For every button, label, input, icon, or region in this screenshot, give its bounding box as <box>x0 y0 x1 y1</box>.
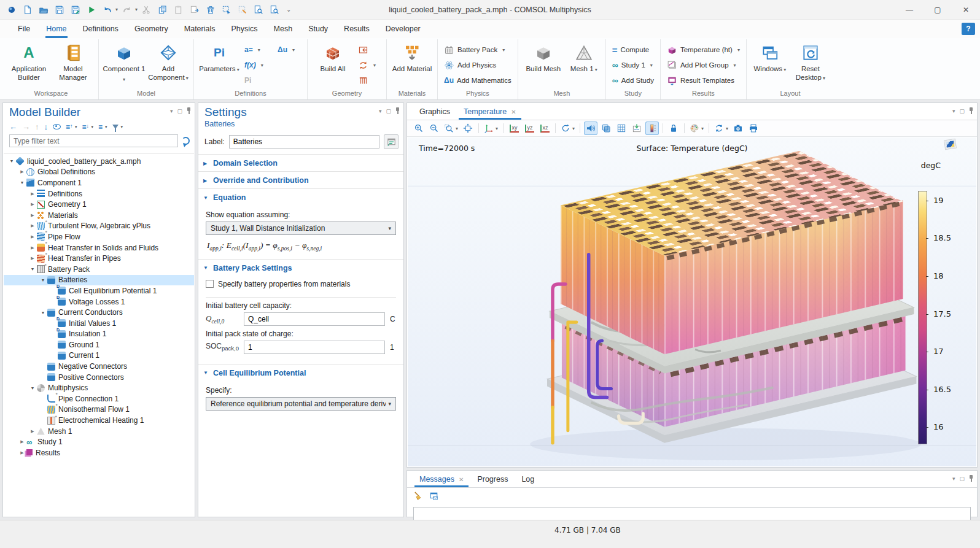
reset-desktop-button[interactable]: Reset Desktop <box>791 41 830 88</box>
node-group-icon[interactable]: ≡ <box>98 123 103 131</box>
tree-item-heat-pipes[interactable]: Heat Transfer in Pipes <box>4 253 194 264</box>
specify-dropdown[interactable]: Reference equilibrium potential and temp… <box>206 397 396 411</box>
save-icon[interactable] <box>53 3 66 17</box>
expander-icon[interactable] <box>28 245 37 250</box>
expander-icon[interactable] <box>28 234 37 239</box>
tree-item-current[interactable]: Current 1 <box>4 350 194 361</box>
graphics-canvas[interactable]: Time=72000 s Surface: Temperature (degC)… <box>408 137 976 466</box>
view-xz-icon[interactable]: xz <box>538 122 551 135</box>
tab-log[interactable]: Log <box>515 475 540 487</box>
view-yz-icon[interactable]: yz <box>523 122 536 135</box>
expander-icon[interactable] <box>39 311 47 315</box>
clear-messages-icon[interactable] <box>413 491 424 503</box>
result-templates-button[interactable]: Result Templates <box>664 74 742 87</box>
tree-item-definitions[interactable]: Definitions <box>4 188 194 199</box>
float-icon[interactable]: ▢ <box>959 476 965 482</box>
node-group-caret-icon[interactable]: ▾ <box>105 125 107 129</box>
checkbox-unchecked-icon[interactable] <box>206 280 214 288</box>
float-icon[interactable]: ▢ <box>959 108 965 114</box>
save-as-icon[interactable] <box>69 3 82 17</box>
lock-view-icon[interactable] <box>667 122 680 135</box>
menu-materials[interactable]: Materials <box>177 20 222 38</box>
parameters-button[interactable]: PiParameters <box>198 41 241 88</box>
tree-item-materials[interactable]: Materials <box>4 210 194 221</box>
back-icon[interactable]: ← <box>9 122 17 131</box>
build-mesh-button[interactable]: Build Mesh <box>522 41 565 88</box>
expander-icon[interactable] <box>18 439 26 444</box>
menu-results[interactable]: Results <box>337 20 376 38</box>
expander-icon[interactable] <box>28 213 37 218</box>
coupling-button[interactable]: Δu <box>275 43 303 56</box>
menu-geometry[interactable]: Geometry <box>128 20 175 38</box>
pin-icon[interactable] <box>187 107 191 114</box>
select-icon[interactable] <box>220 3 233 17</box>
tree-item-component-1[interactable]: Component 1 <box>4 177 194 188</box>
float-icon[interactable]: ▢ <box>177 108 182 114</box>
new-file-icon[interactable] <box>21 3 34 17</box>
capacity-input[interactable] <box>244 312 385 326</box>
section-domain-selection[interactable]: ▶Domain Selection <box>198 154 403 171</box>
tab-temperature[interactable]: Temperature✕ <box>457 107 523 120</box>
temperature-plot-button[interactable]: Temperature (ht) <box>664 43 742 56</box>
tree-item-multiphysics[interactable]: Multiphysics <box>4 382 194 393</box>
material-rendering-icon[interactable] <box>630 122 644 135</box>
expander-icon[interactable] <box>28 429 37 434</box>
snapshot-icon[interactable] <box>731 122 745 135</box>
maximize-button[interactable]: ▢ <box>924 0 952 20</box>
filter-icon[interactable] <box>112 125 119 129</box>
collapse-all-icon[interactable]: ≡↓ <box>82 123 89 131</box>
section-battery-pack-settings[interactable]: ▼Battery Pack Settings <box>198 259 403 276</box>
tree-item-ground[interactable]: Ground 1 <box>4 339 194 350</box>
tree-item-root[interactable]: liquid_cooled_battery_pack_a.mph <box>4 156 194 167</box>
section-cell-equilibrium-potential[interactable]: ▼Cell Equilibrium Potential <box>198 364 403 381</box>
copy-text-icon[interactable] <box>429 491 439 503</box>
tree-item-batteries[interactable]: Batteries <box>4 275 194 286</box>
tree-item-battery-pack[interactable]: Battery Pack <box>4 264 194 275</box>
expander-icon[interactable] <box>28 202 37 207</box>
move-down-icon[interactable]: ↓ <box>44 122 49 131</box>
tree-item-geometry-1[interactable]: Geometry 1 <box>4 199 194 210</box>
expander-icon[interactable] <box>39 278 47 282</box>
default-view-icon[interactable] <box>483 122 499 135</box>
battery-pack-button[interactable]: Battery Pack <box>441 43 514 56</box>
grid-icon[interactable] <box>615 122 628 135</box>
update-plot-icon[interactable] <box>713 122 729 135</box>
expander-icon[interactable] <box>18 450 26 455</box>
tree-item-insulation[interactable]: Insulation 1 <box>4 329 194 340</box>
close-icon[interactable]: ✕ <box>459 476 464 483</box>
transparency-icon[interactable] <box>599 122 613 135</box>
color-legend-icon[interactable] <box>645 122 659 135</box>
tree-item-heat-solids[interactable]: Heat Transfer in Solids and Fluids <box>4 242 194 253</box>
expander-icon[interactable] <box>28 223 37 228</box>
expander-icon[interactable] <box>28 191 37 196</box>
tree-item-voltage-losses[interactable]: Voltage Losses 1 <box>4 296 194 307</box>
study-1-button[interactable]: ∞Study 1 <box>610 58 656 72</box>
import-geometry-button[interactable] <box>356 43 383 56</box>
print-icon[interactable] <box>747 122 760 135</box>
show-icon[interactable] <box>53 124 61 129</box>
tree-item-turbulent-flow[interactable]: Turbulent Flow, Algebraic yPlus <box>4 221 194 232</box>
tree-item-electrochemical-heating[interactable]: Electrochemical Heating 1 <box>4 415 194 426</box>
tree-item-nonisothermal-flow[interactable]: Nonisothermal Flow 1 <box>4 404 194 415</box>
expander-icon[interactable] <box>18 169 26 174</box>
run-icon[interactable] <box>85 3 98 17</box>
expander-icon[interactable] <box>28 256 37 261</box>
toolbar-overflow-icon[interactable]: ⌄ <box>286 6 291 13</box>
expand-caret-icon[interactable]: ▾ <box>75 125 77 129</box>
copy-icon[interactable] <box>156 3 169 17</box>
close-button[interactable]: ✕ <box>952 0 980 20</box>
filter-input[interactable] <box>9 134 178 147</box>
plot-thumbnail-icon[interactable] <box>944 139 956 149</box>
minimize-button[interactable]: — <box>895 0 924 20</box>
compute-button[interactable]: =Compute <box>610 43 656 56</box>
variables-button[interactable]: a= <box>242 43 274 56</box>
delete-icon[interactable] <box>204 3 217 17</box>
add-material-button[interactable]: Add Material <box>391 41 434 88</box>
menu-definitions[interactable]: Definitions <box>76 20 125 38</box>
section-equation[interactable]: ▼Equation <box>198 188 403 206</box>
add-plot-group-button[interactable]: Add Plot Group <box>664 58 742 72</box>
label-input[interactable] <box>229 135 379 149</box>
find-icon[interactable] <box>252 3 265 17</box>
functions-button[interactable]: f(x) <box>242 58 274 72</box>
close-icon[interactable]: ✕ <box>511 109 516 115</box>
